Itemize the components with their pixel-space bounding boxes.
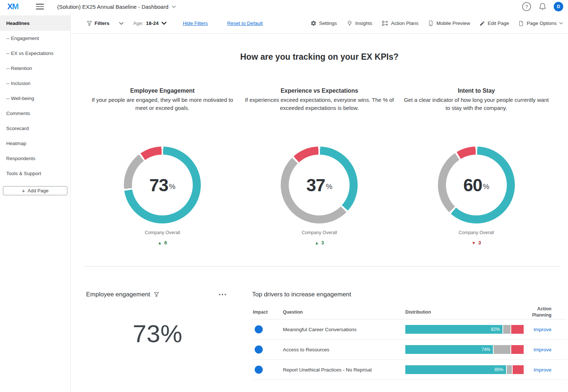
- filter-funnel-icon: [87, 21, 92, 26]
- unfavorable-segment: [510, 345, 524, 354]
- sidebar-item-scorecard[interactable]: Scorecard: [0, 121, 70, 136]
- column-header-action-planning: Action Planning: [524, 306, 567, 318]
- engagement-widget: Employee engagement ••• 73%: [86, 291, 229, 380]
- table-row: Report Unethical Practices - No Reprisal…: [252, 360, 567, 380]
- svg-text:?: ?: [525, 4, 528, 10]
- sidebar-item-retention[interactable]: -- Retention: [0, 61, 70, 76]
- expectations-donut-chart[interactable]: 37%: [281, 147, 358, 223]
- insights-label: Insights: [355, 21, 373, 26]
- reset-to-default-link[interactable]: Reset to Default: [227, 21, 263, 26]
- action-plans-icon: [381, 20, 388, 27]
- improve-link[interactable]: Improve: [524, 367, 567, 373]
- improve-link[interactable]: Improve: [524, 327, 567, 332]
- favorable-pct-label: 82%: [491, 327, 500, 332]
- kpi-change-indicator: ▲ 3: [244, 240, 394, 245]
- impact-dot: [255, 366, 263, 374]
- kpi-comparison-label: Company Overall: [402, 230, 551, 235]
- favorable-segment: 85%: [405, 365, 506, 374]
- widgets-row: Employee engagement ••• 73% Top drivers …: [71, 267, 568, 380]
- kpi-title: Employee Engagement: [88, 88, 237, 94]
- sidebar-item-comments[interactable]: Comments: [0, 106, 70, 121]
- age-filter-label: Age:: [133, 21, 144, 26]
- action-plans-label: Action Plans: [391, 21, 418, 26]
- page-heading: How are you tracking on your EX KPIs?: [71, 52, 568, 62]
- chevron-down-icon: [162, 22, 166, 25]
- page-options-button[interactable]: Page Options: [518, 20, 563, 27]
- sidebar-item-engagement[interactable]: -- Engagement: [0, 31, 70, 46]
- driver-question: Access to Resources: [283, 347, 405, 352]
- column-header-impact: Impact: [252, 310, 283, 315]
- widget-options-icon[interactable]: •••: [219, 293, 227, 296]
- top-drivers-table: Impact Question Distribution Action Plan…: [252, 305, 567, 380]
- kpi-title: Experience vs Expectations: [244, 88, 394, 94]
- sidebar-item-respondents[interactable]: Respondents: [0, 151, 70, 166]
- dashboard-title-dropdown[interactable]: (Solution) EX25 Annual Baseline - Dashbo…: [57, 4, 176, 10]
- user-avatar[interactable]: D: [554, 2, 563, 11]
- sidebar-item-heatmap[interactable]: Heatmap: [0, 136, 70, 151]
- kpi-description: If experiences exceed expectations, ever…: [244, 96, 394, 112]
- impact-dot: [255, 325, 263, 333]
- distribution-bar[interactable]: 85%: [405, 365, 524, 374]
- kpi-comparison-label: Company Overall: [88, 230, 237, 235]
- hamburger-menu-icon[interactable]: [36, 4, 44, 10]
- improve-link[interactable]: Improve: [524, 347, 567, 352]
- favorable-pct-label: 85%: [495, 367, 504, 372]
- kpi-value-suffix: %: [169, 182, 176, 191]
- kpi-change-indicator: ▼ 3: [402, 240, 551, 245]
- sidebar-item-ex-vs-expectations[interactable]: -- EX vs Expectations: [0, 46, 70, 61]
- age-filter-dropdown[interactable]: Age: 18-24: [133, 21, 166, 26]
- kpi-value: 37: [306, 175, 325, 195]
- kpi-experience-vs-expectations: Experience vs Expectations If experience…: [241, 88, 398, 245]
- edit-page-button[interactable]: Edit Page: [479, 21, 509, 26]
- toolbar: Filters Age: 18-24 Hide Filters Reset to…: [71, 13, 568, 34]
- age-filter-value: 18-24: [146, 21, 159, 26]
- sidebar-item-tools-support[interactable]: Tools & Support: [0, 166, 70, 181]
- kpi-change-value: 3: [478, 240, 481, 245]
- table-row: Meaningful Career Conversations 82% Impr…: [252, 319, 567, 340]
- top-drivers-title: Top drivers to increase engagement: [252, 291, 567, 298]
- unfavorable-segment: [512, 365, 524, 374]
- kpi-title: Intent to Stay: [402, 88, 551, 94]
- help-icon[interactable]: ?: [522, 2, 531, 11]
- qualtrics-dashboard-app: XM (Solution) EX25 Annual Baseline - Das…: [0, 0, 568, 392]
- chevron-down-icon: [172, 5, 176, 8]
- table-header-row: Impact Question Distribution Action Plan…: [252, 305, 567, 319]
- unfavorable-segment: [510, 325, 524, 334]
- kpi-value-suffix: %: [326, 182, 332, 191]
- plus-icon: +: [22, 188, 25, 193]
- intent-donut-chart[interactable]: 60%: [438, 147, 515, 223]
- insights-button[interactable]: Insights: [346, 20, 373, 27]
- toolbar-actions: Settings Insights Action Plans Mobile Pr…: [310, 20, 563, 27]
- mobile-icon: [428, 20, 434, 27]
- kpi-employee-engagement: Employee Engagement If your people are e…: [84, 88, 241, 245]
- mobile-preview-label: Mobile Preview: [436, 21, 470, 26]
- kpi-change-indicator: ▲ 6: [88, 240, 237, 245]
- kpi-value: 60: [463, 175, 482, 195]
- distribution-bar[interactable]: 82%: [405, 325, 524, 334]
- favorable-pct-label: 74%: [482, 347, 490, 352]
- sidebar-item-headlines[interactable]: Headlines: [0, 15, 70, 31]
- distribution-bar[interactable]: 74%: [405, 345, 524, 354]
- chevron-down-icon: [119, 22, 123, 25]
- neutral-segment: [506, 365, 512, 374]
- top-drivers-widget: Top drivers to increase engagement Impac…: [252, 291, 567, 380]
- hide-filters-link[interactable]: Hide Filters: [183, 21, 208, 26]
- sidebar-item-inclusion[interactable]: -- Inclusion: [0, 76, 70, 91]
- notifications-bell-icon[interactable]: [538, 2, 547, 11]
- filter-funnel-icon[interactable]: [154, 292, 159, 297]
- filters-button[interactable]: Filters: [87, 21, 123, 26]
- kpi-comparison-label: Company Overall: [244, 230, 394, 235]
- triangle-down-icon: ▼: [472, 241, 476, 245]
- engagement-donut-chart[interactable]: 73%: [124, 147, 201, 223]
- neutral-segment: [493, 345, 510, 354]
- kpi-description: Get a clear indicator of how long your p…: [402, 96, 551, 112]
- chevron-down-icon: [559, 22, 563, 25]
- edit-page-label: Edit Page: [488, 21, 509, 26]
- sidebar-item-well-being[interactable]: -- Well-being: [0, 91, 70, 106]
- add-page-button[interactable]: + Add Page: [3, 186, 67, 195]
- settings-button[interactable]: Settings: [310, 20, 337, 26]
- dashboard-title: (Solution) EX25 Annual Baseline - Dashbo…: [57, 4, 169, 10]
- neutral-segment: [502, 325, 511, 334]
- mobile-preview-button[interactable]: Mobile Preview: [428, 20, 470, 27]
- action-plans-button[interactable]: Action Plans: [381, 20, 418, 27]
